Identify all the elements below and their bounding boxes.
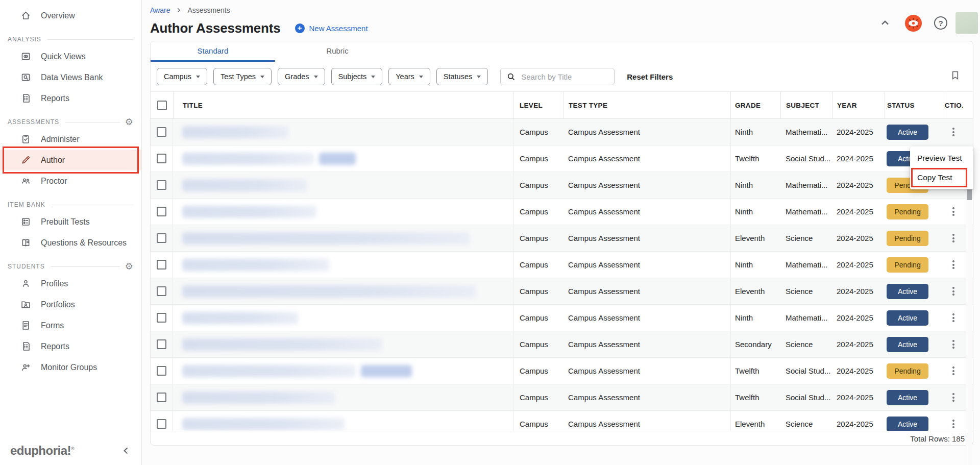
- section-divider: [52, 205, 133, 205]
- row-actions-kebab-icon[interactable]: [949, 363, 958, 379]
- column-header-title[interactable]: TITLE: [173, 92, 513, 118]
- sidebar-item-portfolios[interactable]: Portfolios: [0, 294, 141, 315]
- menu-item-copy-test[interactable]: Copy Test: [910, 168, 973, 187]
- cell-status: Pending: [885, 358, 944, 384]
- row-actions-kebab-icon[interactable]: [949, 257, 958, 273]
- cell-title: [173, 278, 513, 304]
- sidebar-item-author[interactable]: Author: [0, 150, 141, 170]
- sidebar-item-data-views-bank[interactable]: Data Views Bank: [0, 67, 141, 88]
- cell-subject: Science: [780, 278, 832, 304]
- person-icon: [20, 278, 32, 289]
- filter-chip-test-types[interactable]: Test Types: [213, 68, 272, 85]
- sidebar-item-questions-resources[interactable]: Questions & Resources: [0, 232, 141, 253]
- sidebar-item-reports[interactable]: Reports: [0, 336, 141, 357]
- status-badge: Pending: [887, 257, 928, 273]
- row-actions-kebab-icon[interactable]: [949, 125, 958, 140]
- table-row: CampusCampus AssessmentSecondaryScience2…: [151, 331, 973, 358]
- menu-item-preview-test[interactable]: Preview Test: [910, 149, 973, 168]
- row-actions-kebab-icon[interactable]: [949, 417, 958, 431]
- settings-gear-icon[interactable]: [125, 116, 133, 128]
- column-header-status[interactable]: STATUS: [885, 92, 944, 118]
- row-checkbox[interactable]: [157, 207, 166, 216]
- breadcrumb-aware-link[interactable]: Aware: [150, 6, 170, 14]
- aware-app-eye-icon[interactable]: [904, 14, 923, 33]
- cell-subject: Mathemati...: [780, 199, 832, 225]
- cell-test-type: Campus Assessment: [563, 305, 730, 331]
- sidebar-section-assessments: ASSESSMENTS: [0, 115, 141, 129]
- column-header-subject[interactable]: SUBJECT: [780, 92, 832, 118]
- cell-title: [173, 225, 513, 251]
- reset-filters-button[interactable]: Reset Filters: [627, 72, 673, 81]
- filter-chip-statuses[interactable]: Statuses: [436, 68, 488, 85]
- user-avatar[interactable]: [955, 12, 978, 34]
- row-actions-kebab-icon[interactable]: [949, 204, 958, 219]
- section-label: STUDENTS: [8, 263, 45, 270]
- sidebar-item-administer[interactable]: Administer: [0, 129, 141, 150]
- column-header-test-type[interactable]: TEST TYPE: [563, 92, 730, 118]
- row-actions-kebab-icon[interactable]: [949, 231, 958, 246]
- row-checkbox[interactable]: [157, 154, 166, 163]
- column-header-actions[interactable]: ACTIO...: [944, 92, 963, 118]
- row-checkbox[interactable]: [157, 313, 166, 323]
- row-checkbox[interactable]: [157, 233, 166, 243]
- cell-year: 2024-2025: [832, 225, 885, 251]
- row-actions-kebab-icon[interactable]: [949, 337, 958, 352]
- sidebar-item-reports[interactable]: Reports: [0, 88, 141, 109]
- sidebar-item-forms[interactable]: Forms: [0, 315, 141, 336]
- chevron-up-icon[interactable]: [878, 16, 892, 30]
- search-input[interactable]: [521, 72, 603, 81]
- filter-chip-campus[interactable]: Campus: [157, 68, 207, 85]
- sidebar-collapse-icon[interactable]: [120, 445, 132, 457]
- cell-year: 2024-2025: [832, 199, 885, 225]
- cell-checkbox: [151, 278, 173, 304]
- column-header-grade[interactable]: GRADE: [730, 92, 780, 118]
- sidebar-item-profiles[interactable]: Profiles: [0, 273, 141, 294]
- filter-chip-grades[interactable]: Grades: [278, 68, 325, 85]
- cell-actions: [944, 199, 963, 225]
- section-divider: [51, 266, 120, 267]
- select-all-checkbox[interactable]: [157, 101, 167, 110]
- row-checkbox[interactable]: [157, 127, 166, 137]
- sidebar-item-proctor[interactable]: Proctor: [0, 170, 141, 191]
- sidebar-item-monitor-groups[interactable]: Monitor Groups: [0, 357, 141, 378]
- filter-chip-years[interactable]: Years: [388, 68, 430, 85]
- section-divider: [65, 122, 120, 123]
- tab-rubric[interactable]: Rubric: [275, 41, 400, 62]
- sidebar-item-label: Proctor: [41, 177, 67, 186]
- row-checkbox[interactable]: [157, 339, 166, 349]
- row-checkbox[interactable]: [157, 393, 166, 402]
- pencil-icon: [20, 155, 32, 166]
- row-checkbox[interactable]: [157, 419, 166, 429]
- search-box: [500, 68, 615, 85]
- new-assessment-button[interactable]: New Assessment: [295, 23, 368, 33]
- settings-gear-icon[interactable]: [125, 261, 133, 272]
- column-header-level[interactable]: LEVEL: [513, 92, 563, 118]
- cell-grade: Ninth: [730, 172, 780, 198]
- filter-chip-label: Test Types: [220, 72, 256, 81]
- row-actions-kebab-icon[interactable]: [949, 390, 958, 405]
- table-footer: Total Rows: 185: [151, 431, 973, 446]
- help-icon[interactable]: [934, 16, 947, 30]
- row-actions-kebab-icon[interactable]: [949, 284, 958, 299]
- sidebar-footer: eduphoria!®: [0, 444, 141, 458]
- table-scrollbar[interactable]: [966, 169, 972, 465]
- table-row: CampusCampus AssessmentNinthMathemati...…: [151, 252, 973, 278]
- bookmark-icon[interactable]: [950, 70, 961, 81]
- sidebar-item-overview[interactable]: Overview: [0, 5, 141, 26]
- filter-chip-subjects[interactable]: Subjects: [331, 68, 383, 85]
- tab-standard[interactable]: Standard: [151, 41, 275, 62]
- row-checkbox[interactable]: [157, 180, 166, 190]
- row-checkbox[interactable]: [157, 286, 166, 296]
- section-label: ITEM BANK: [8, 201, 45, 208]
- cell-level: Campus: [513, 199, 563, 225]
- row-checkbox[interactable]: [157, 260, 166, 270]
- cell-year: 2024-2025: [832, 278, 885, 304]
- row-checkbox[interactable]: [157, 366, 166, 376]
- column-header-year[interactable]: YEAR: [832, 92, 885, 118]
- cell-year: 2024-2025: [832, 252, 885, 278]
- row-actions-kebab-icon[interactable]: [949, 310, 958, 326]
- sidebar-item-quick-views[interactable]: Quick Views: [0, 46, 141, 67]
- redacted-title: [182, 391, 335, 404]
- sidebar-item-prebuilt-tests[interactable]: Prebuilt Tests: [0, 211, 141, 232]
- cell-year: 2024-2025: [832, 411, 885, 431]
